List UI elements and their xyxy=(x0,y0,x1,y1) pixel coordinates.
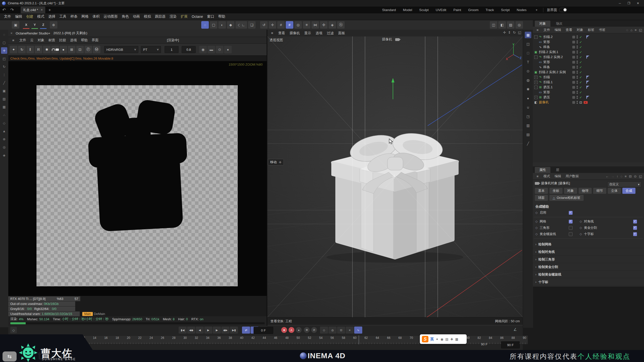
back-icon[interactable]: ← xyxy=(606,174,609,178)
record-keyframe-button[interactable]: ◆ xyxy=(281,327,287,333)
rotate-view-icon[interactable]: ↻ xyxy=(513,30,516,34)
layer-tag-icon[interactable] xyxy=(586,56,590,59)
layer-tag-icon[interactable] xyxy=(586,76,590,79)
record-position-button[interactable]: ⊕ xyxy=(304,327,310,333)
collapsible-section-header[interactable]: › 绘制网格 xyxy=(533,241,644,248)
octane-menu-item[interactable]: 比较 xyxy=(57,38,68,42)
visibility-dots[interactable] xyxy=(577,91,578,94)
enabled-check-icon[interactable]: ✓ xyxy=(579,55,583,59)
keyframe-diamond-icon[interactable]: ◇ xyxy=(535,226,538,230)
menu-item[interactable]: 选择 xyxy=(47,14,57,19)
x-axis-lock-button[interactable]: X xyxy=(23,21,29,29)
tab-close-icon[interactable]: ✕ xyxy=(41,8,43,12)
octane-menu-item[interactable]: 文件 xyxy=(17,38,28,42)
visibility-dots[interactable] xyxy=(577,35,578,38)
material-panel-icon[interactable]: ◍ xyxy=(525,77,531,83)
expand-toggle[interactable]: + xyxy=(534,96,538,99)
modeling-axis-icon[interactable]: ◈ xyxy=(329,21,336,29)
checkbox-row[interactable]: ◇ 黄金分割 xyxy=(580,225,644,230)
view-undo-icon[interactable]: ↺ xyxy=(260,21,268,29)
object-row[interactable]: + ⊞ 挤压 ✓ ⊡ xyxy=(533,95,644,100)
attr-tab-chip[interactable]: 坐标 xyxy=(549,188,562,194)
octane-menu-item[interactable]: 界面 xyxy=(90,38,100,42)
attr-tab-chip[interactable]: 物理 xyxy=(579,188,592,194)
octane-menu-item[interactable]: 选项 xyxy=(68,38,79,42)
object-row[interactable]: ▭ 矩形 ✓ ⊡ xyxy=(533,90,644,95)
rotate-tool[interactable]: ↻ xyxy=(1,63,7,70)
octane-material-picker-icon[interactable]: Ⓜ xyxy=(93,46,100,53)
editor-toggle[interactable] xyxy=(572,91,575,94)
collapsible-section-header[interactable]: › 绘制黄金分割 xyxy=(533,263,644,271)
filter-icon[interactable]: ≡ xyxy=(635,28,637,32)
octane-pause-icon[interactable]: ‖ xyxy=(26,46,34,53)
octane-menu-item[interactable]: 帮助 xyxy=(79,38,90,42)
popout-icon[interactable]: ◱ xyxy=(639,28,642,32)
octane-close-icon[interactable]: ✕ xyxy=(10,32,13,35)
plugin-panel-icon[interactable]: ◳ xyxy=(525,113,531,120)
hamburger-icon[interactable]: ≡ xyxy=(534,174,541,178)
enabled-check-icon[interactable]: ✓ xyxy=(579,45,583,49)
new-tab-button[interactable]: + xyxy=(48,8,51,13)
focus-icon[interactable]: ⊙ xyxy=(634,174,637,178)
target-icon[interactable]: ◎ xyxy=(294,21,302,29)
up-icon[interactable]: ↑ xyxy=(617,174,618,178)
layer-tag-icon[interactable] xyxy=(586,86,590,89)
scale-tool[interactable]: ◰ xyxy=(1,55,7,62)
key-interpolation-button[interactable]: ◇ xyxy=(320,327,328,334)
mirror-icon[interactable]: ⋈ xyxy=(311,21,319,29)
split-view-icon[interactable]: ◫ xyxy=(525,41,531,47)
menu-item[interactable]: 扩展 xyxy=(179,14,189,19)
last-tool[interactable]: ⋮ xyxy=(1,71,7,78)
collapsible-section-header[interactable]: › 绘制黄金螺旋线 xyxy=(533,271,644,278)
attr-tab-chip[interactable]: △ 球面 xyxy=(535,195,548,201)
move-tool-hud[interactable]: 移动 ✛ xyxy=(268,159,284,165)
snap-mode[interactable]: ◈ xyxy=(1,152,7,158)
live-selection-tool[interactable]: ◌ xyxy=(1,31,7,38)
layer-tag-icon[interactable] xyxy=(586,35,590,38)
menu-item[interactable]: 工具 xyxy=(58,14,68,19)
expand-toggle[interactable]: + xyxy=(534,81,538,84)
camera-target-icon[interactable]: ⊡ xyxy=(579,101,582,104)
menu-item[interactable]: 创建 xyxy=(25,14,35,19)
keyframe-diamond-icon[interactable]: ◇ xyxy=(535,232,538,236)
edges-mode[interactable]: ◇ xyxy=(1,120,7,126)
editor-toggle[interactable] xyxy=(572,101,575,104)
live-selection-icon[interactable]: ◌ xyxy=(201,21,209,29)
world-coords-icon[interactable]: ⊕ xyxy=(50,21,57,29)
lock-icon[interactable]: ⊟ xyxy=(629,174,632,178)
minimize-button[interactable]: ─ xyxy=(615,0,624,6)
z-axis-lock-button[interactable]: Z xyxy=(40,21,47,29)
object-row[interactable]: − ↷ 扫描.2 ✓ ⊡ xyxy=(533,34,644,39)
editor-toggle[interactable] xyxy=(572,56,575,59)
redo-icon[interactable]: ↷ xyxy=(8,7,16,13)
points-mode[interactable]: ∴ xyxy=(1,112,7,118)
hamburger-icon[interactable]: ≡ xyxy=(269,31,275,35)
move-tool[interactable]: ✛ xyxy=(1,47,7,54)
octane-add-region-icon[interactable]: ⊞ xyxy=(68,46,75,53)
workplane-icon[interactable]: ❏ xyxy=(248,21,256,29)
attr-tab-chip[interactable]: 合成 xyxy=(622,188,635,194)
layout-panel-icon[interactable]: ▦ xyxy=(525,32,531,38)
next-key-button[interactable]: ◆▶ xyxy=(221,327,229,334)
layer-tag-icon[interactable] xyxy=(586,96,590,99)
model-mode[interactable]: ▣ xyxy=(1,87,7,94)
panel-tab[interactable]: 对象 xyxy=(535,21,550,27)
object-row[interactable]: − ↷ 扫描.2 实例.2 ✓ ⊡ xyxy=(533,55,644,60)
object-row[interactable]: + ↷ 扫描 ✓ ⊡ xyxy=(533,75,644,80)
keyframe-selection-button[interactable]: ● xyxy=(296,327,302,333)
checkbox[interactable] xyxy=(569,232,573,236)
octane-refresh-icon[interactable]: ↻ xyxy=(18,46,26,53)
octane-region-icon[interactable]: ▬ xyxy=(208,46,215,53)
ime-skin-icon[interactable]: ✦ xyxy=(436,337,438,341)
popout-icon[interactable]: ◱ xyxy=(639,174,642,178)
snapshot-button[interactable]: ⊡ xyxy=(337,327,345,334)
workplane-mode[interactable]: ▦ xyxy=(1,104,7,110)
object-row[interactable]: ∿ 样条 ✓ ⊡ xyxy=(533,65,644,70)
visibility-dots[interactable] xyxy=(577,51,578,54)
octane-kernel-icon[interactable]: ✦ xyxy=(10,46,17,53)
viewport-menu-item[interactable]: 显示 xyxy=(302,31,313,35)
viewport-menu-item[interactable]: 查看 xyxy=(276,31,287,35)
render-view-button[interactable]: ◫ xyxy=(490,21,497,29)
octane-clay-icon[interactable]: ⊡ xyxy=(76,46,84,53)
settings-panel-icon[interactable]: ✱ xyxy=(525,86,531,93)
